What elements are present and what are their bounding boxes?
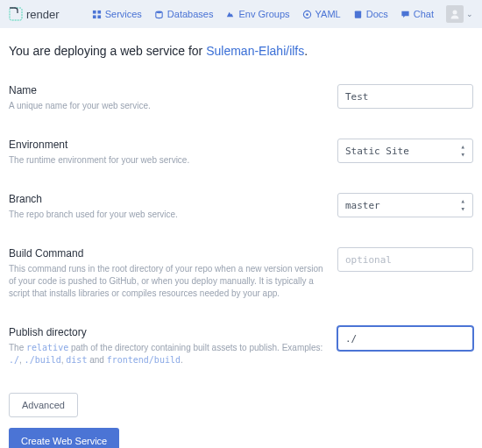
svg-point-7 (306, 13, 308, 16)
account-menu[interactable]: ⌄ (446, 5, 473, 23)
environment-select[interactable]: Static Site ▴▾ (337, 139, 473, 163)
nav-yaml[interactable]: YAML (302, 9, 341, 19)
svg-rect-1 (93, 10, 96, 13)
docs-icon (353, 10, 363, 19)
services-icon (92, 10, 102, 19)
create-web-service-button[interactable]: Create Web Service (9, 428, 119, 448)
heading-suffix: . (304, 44, 308, 58)
environment-value: Static Site (345, 146, 409, 157)
publish-dir-input[interactable] (337, 326, 473, 351)
field-build-command: Build Command This command runs in the r… (9, 247, 473, 300)
heading-repo[interactable]: Suleman-Elahi/ilfs (206, 44, 304, 58)
branch-help: The repo branch used for your web servic… (9, 209, 324, 221)
yaml-icon (302, 10, 312, 19)
nav-env-groups[interactable]: Env Groups (225, 9, 289, 19)
content: You are deploying a web service for Sule… (0, 28, 482, 448)
select-arrows-icon: ▴▾ (461, 143, 465, 159)
user-icon (449, 8, 461, 20)
svg-rect-8 (355, 11, 361, 18)
chevron-down-icon: ⌄ (466, 10, 473, 18)
nav-chat-label: Chat (414, 9, 434, 19)
avatar (446, 5, 464, 23)
nav-docs[interactable]: Docs (353, 9, 388, 19)
build-command-help: This command runs in the root directory … (9, 263, 324, 300)
publish-dir-help: The relative path of the directory conta… (9, 342, 324, 366)
render-logo-icon (9, 7, 23, 21)
svg-rect-4 (97, 15, 101, 18)
advanced-button[interactable]: Advanced (9, 393, 78, 417)
field-publish-directory: Publish directory The relative path of t… (9, 326, 473, 366)
publish-dir-label: Publish directory (9, 326, 324, 338)
build-command-label: Build Command (9, 247, 324, 260)
name-help: A unique name for your web service. (9, 100, 324, 112)
nav-docs-label: Docs (366, 9, 388, 19)
field-name: Name A unique name for your web service. (9, 84, 473, 112)
nav-services-label: Services (105, 9, 142, 19)
topbar: render Services Databases Env Groups YAM… (0, 0, 482, 28)
chat-icon (400, 10, 410, 19)
nav-services[interactable]: Services (92, 9, 142, 19)
logo[interactable]: render (9, 7, 60, 21)
environment-help: The runtime environment for your web ser… (9, 154, 324, 167)
nav-databases[interactable]: Databases (154, 9, 214, 19)
page-title: You are deploying a web service for Sule… (9, 44, 473, 58)
name-input[interactable] (337, 84, 473, 109)
nav-chat[interactable]: Chat (400, 9, 434, 19)
nav-env-groups-label: Env Groups (238, 9, 289, 19)
build-command-input[interactable] (337, 247, 473, 272)
field-environment: Environment The runtime environment for … (9, 139, 473, 167)
svg-point-9 (453, 11, 457, 15)
nav: Services Databases Env Groups YAML Docs … (92, 5, 473, 23)
svg-rect-3 (93, 15, 96, 18)
brand-text: render (26, 8, 60, 21)
branch-label: Branch (9, 193, 324, 205)
select-arrows-icon: ▴▾ (461, 197, 465, 213)
heading-prefix: You are deploying a web service for (9, 44, 206, 58)
svg-point-5 (156, 11, 162, 13)
name-label: Name (9, 84, 324, 96)
branch-select[interactable]: master ▴▾ (337, 193, 473, 217)
nav-databases-label: Databases (167, 9, 214, 19)
environment-label: Environment (9, 139, 324, 151)
svg-rect-0 (10, 8, 22, 20)
svg-rect-2 (97, 10, 101, 13)
env-groups-icon (225, 10, 235, 19)
branch-value: master (345, 200, 380, 211)
nav-yaml-label: YAML (315, 9, 341, 19)
database-icon (154, 10, 164, 19)
field-branch: Branch The repo branch used for your web… (9, 193, 473, 221)
